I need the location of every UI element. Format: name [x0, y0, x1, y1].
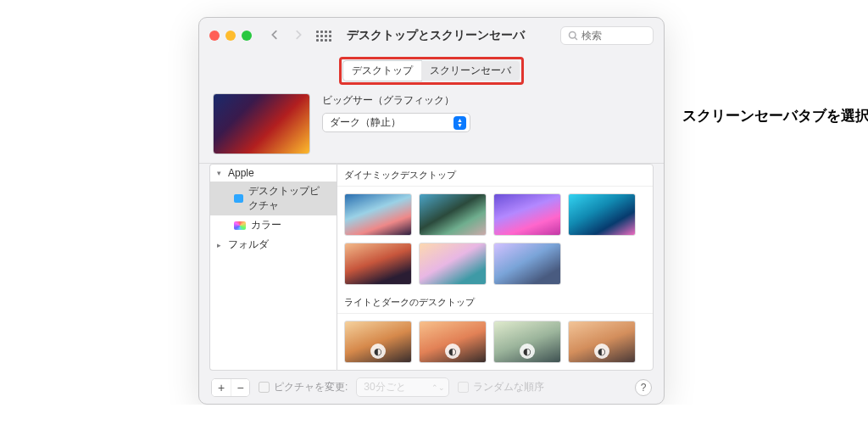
wallpaper-thumb[interactable]	[493, 243, 561, 285]
lightdark-thumb-grid: ◐ ◐ ◐ ◐	[337, 314, 653, 370]
wallpaper-thumb[interactable]	[419, 193, 487, 236]
footer: + − ピクチャを変更: 30分ごと ⌃⌄ ランダムな順序 ?	[199, 371, 664, 404]
select-stepper-icon: ⌃⌄	[431, 383, 445, 392]
light-dark-icon: ◐	[370, 344, 386, 359]
wallpaper-thumb[interactable]: ◐	[568, 321, 636, 363]
random-order-option: ランダムな順序	[458, 380, 544, 394]
instruction-annotation: スクリーンセーバタブを選択	[682, 106, 868, 126]
sidebar-item-desktop-pictures[interactable]: デスクトップピクチャ	[210, 182, 337, 215]
light-dark-icon: ◐	[445, 344, 460, 359]
preview-meta: ビッグサー（グラフィック） ダーク（静止） ▲▼	[322, 93, 470, 132]
random-order-checkbox[interactable]	[458, 382, 469, 393]
change-interval-select[interactable]: 30分ごと ⌃⌄	[356, 377, 449, 397]
nav-back-forward	[265, 29, 308, 43]
preferences-window: デスクトップとスクリーンセーバ デスクトップ スクリーンセーバ ビッグサー（グラ…	[198, 17, 665, 405]
change-picture-label: ピクチャを変更:	[274, 380, 348, 394]
window-controls	[209, 31, 252, 41]
sidebar-group-folder[interactable]: フォルダ	[210, 235, 337, 254]
section-dynamic-label: ダイナミックデスクトップ	[337, 165, 653, 187]
forward-button[interactable]	[292, 29, 304, 43]
appearance-mode-select[interactable]: ダーク（静止） ▲▼	[322, 113, 470, 132]
wallpaper-preview	[213, 93, 310, 154]
folder-icon	[234, 194, 243, 203]
wallpaper-thumb[interactable]	[493, 193, 561, 236]
add-folder-button[interactable]: +	[212, 379, 231, 396]
tab-screensaver[interactable]: スクリーンセーバ	[421, 61, 520, 81]
close-icon[interactable]	[209, 31, 220, 41]
tab-bar-highlight: デスクトップ スクリーンセーバ	[339, 57, 524, 85]
tab-desktop[interactable]: デスクトップ	[343, 61, 421, 81]
change-picture-checkbox[interactable]	[259, 382, 270, 393]
light-dark-icon: ◐	[520, 344, 535, 359]
sidebar-item-colors[interactable]: カラー	[210, 215, 337, 235]
color-wheel-icon	[234, 221, 246, 230]
wallpaper-thumb[interactable]: ◐	[344, 321, 412, 363]
wallpaper-content[interactable]: ダイナミックデスクトップ ライトとダークのデスクトップ ◐ ◐ ◐ ◐	[337, 164, 654, 371]
show-all-icon[interactable]	[316, 31, 331, 42]
wallpaper-thumb[interactable]	[344, 193, 412, 236]
wallpaper-name: ビッグサー（グラフィック）	[322, 93, 470, 108]
wallpaper-thumb[interactable]	[419, 243, 487, 285]
wallpaper-thumb[interactable]	[344, 243, 412, 285]
wallpaper-thumb[interactable]	[568, 193, 636, 236]
search-input[interactable]	[581, 30, 641, 42]
zoom-icon[interactable]	[242, 31, 252, 41]
titlebar: デスクトップとスクリーンセーバ	[199, 18, 664, 53]
change-picture-option: ピクチャを変更:	[259, 380, 348, 394]
wallpaper-thumb[interactable]: ◐	[419, 321, 487, 363]
preview-row: ビッグサー（グラフィック） ダーク（静止） ▲▼	[199, 93, 664, 163]
back-button[interactable]	[269, 29, 281, 43]
wallpaper-thumb[interactable]: ◐	[493, 321, 561, 363]
body-split: Apple デスクトップピクチャ カラー フォルダ ダイナミックデスクトップ	[199, 163, 664, 371]
remove-folder-button[interactable]: −	[231, 379, 249, 396]
light-dark-icon: ◐	[594, 344, 609, 359]
source-sidebar: Apple デスクトップピクチャ カラー フォルダ	[209, 164, 337, 371]
random-order-label: ランダムな順序	[473, 380, 544, 394]
search-field[interactable]	[560, 26, 654, 45]
section-lightdark-label: ライトとダークのデスクトップ	[337, 292, 653, 314]
minimize-icon[interactable]	[225, 31, 236, 41]
select-stepper-icon: ▲▼	[453, 116, 466, 130]
add-remove-buttons: + −	[211, 378, 250, 397]
sidebar-group-apple[interactable]: Apple	[210, 165, 337, 182]
window-title: デスクトップとスクリーンセーバ	[347, 28, 525, 43]
help-button[interactable]: ?	[635, 379, 652, 396]
dynamic-thumb-grid	[337, 187, 653, 292]
appearance-mode-value: ダーク（静止）	[330, 115, 401, 130]
search-icon	[568, 31, 578, 41]
